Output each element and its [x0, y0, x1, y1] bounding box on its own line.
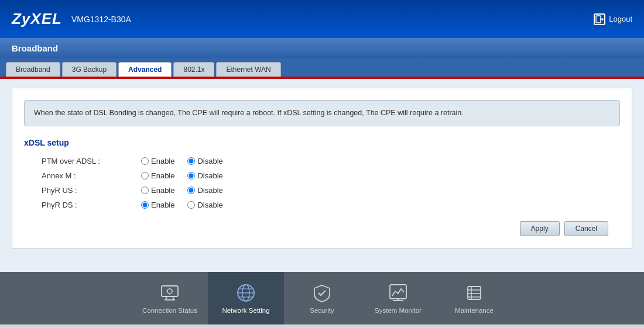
shield-icon [311, 282, 333, 303]
nav-system-monitor[interactable]: System Monitor [360, 272, 436, 324]
nav-maintenance-label: Maintenance [455, 307, 494, 314]
chart-icon [388, 282, 409, 303]
svg-rect-2 [162, 286, 178, 296]
apply-button[interactable]: Apply [520, 221, 560, 236]
enable-phyr-us-radio[interactable] [141, 187, 149, 194]
nav-network-setting[interactable]: Network Setting [208, 272, 284, 324]
label-phyr-us: PhyR US : [24, 186, 141, 195]
enable-annex-m-label[interactable]: Enable [141, 171, 174, 180]
radio-group-annex-m: Enable Disable [141, 171, 232, 180]
tab-ethernet-wan[interactable]: Ethernet WAN [216, 62, 280, 77]
disable-phyr-ds-radio[interactable] [187, 201, 195, 209]
disable-phyr-us-label[interactable]: Disable [187, 186, 222, 195]
network-icon [235, 282, 256, 303]
content-wrapper: When the state of DSL Bonding is changed… [12, 88, 632, 248]
label-annex-m: Annex M : [24, 171, 141, 180]
enable-ptm-label[interactable]: Enable [141, 157, 174, 165]
info-message: When the state of DSL Bonding is changed… [24, 100, 620, 126]
header: ZyXEL VMG1312-B30A Logout [0, 0, 644, 38]
disable-ptm-label[interactable]: Disable [187, 157, 222, 165]
tabs-bar: Broadband 3G Backup Advanced 802.1x Ethe… [0, 58, 644, 77]
disable-annex-m-label[interactable]: Disable [187, 171, 222, 180]
section-title: xDSL setup [24, 138, 620, 147]
page-title: Broadband [12, 43, 58, 53]
field-phyr-us: PhyR US : Enable Disable [24, 186, 620, 195]
tab-8021x[interactable]: 802.1x [173, 62, 214, 77]
label-phyr-ds: PhyR DS : [24, 201, 141, 209]
logout-label: Logout [609, 15, 632, 23]
field-phyr-ds: PhyR DS : Enable Disable [24, 201, 620, 209]
enable-phyr-ds-radio[interactable] [141, 201, 149, 209]
tab-advanced[interactable]: Advanced [118, 62, 172, 77]
enable-phyr-us-label[interactable]: Enable [141, 186, 174, 195]
logout-button[interactable]: Logout [594, 13, 632, 25]
tab-3g-backup[interactable]: 3G Backup [62, 62, 117, 77]
tab-broadband[interactable]: Broadband [6, 62, 60, 77]
enable-annex-m-radio[interactable] [141, 172, 149, 179]
field-annex-m: Annex M : Enable Disable [24, 171, 620, 180]
svg-rect-0 [596, 16, 601, 23]
disable-annex-m-radio[interactable] [187, 172, 195, 179]
model-number: VMG1312-B30A [71, 15, 131, 24]
nav-system-monitor-label: System Monitor [375, 307, 422, 314]
nav-network-setting-label: Network Setting [222, 307, 269, 314]
tools-icon [464, 282, 485, 303]
radio-group-ptm: Enable Disable [141, 157, 232, 165]
field-ptm-over-adsl: PTM over ADSL : Enable Disable [24, 157, 620, 165]
disable-phyr-us-radio[interactable] [187, 187, 195, 194]
radio-group-phyr-ds: Enable Disable [141, 201, 232, 209]
svg-point-6 [167, 289, 172, 294]
disable-ptm-radio[interactable] [187, 157, 195, 165]
nav-security[interactable]: Security [284, 272, 360, 324]
enable-ptm-radio[interactable] [141, 157, 149, 165]
sub-header: Broadband [0, 38, 644, 58]
bottom-nav: Connection Status Network Setting Securi… [0, 272, 644, 324]
content-area: When the state of DSL Bonding is changed… [0, 79, 644, 272]
cancel-button[interactable]: Cancel [564, 221, 608, 236]
nav-security-label: Security [310, 307, 334, 314]
monitor-icon [159, 282, 180, 303]
logo-area: ZyXEL VMG1312-B30A [12, 10, 131, 28]
disable-phyr-ds-label[interactable]: Disable [187, 201, 222, 209]
logo: ZyXEL [12, 10, 62, 28]
nav-connection-status[interactable]: Connection Status [132, 272, 208, 324]
buttons-row: Apply Cancel [24, 221, 620, 236]
label-ptm-over-adsl: PTM over ADSL : [24, 157, 141, 165]
enable-phyr-ds-label[interactable]: Enable [141, 201, 174, 209]
nav-connection-status-label: Connection Status [142, 307, 197, 314]
nav-maintenance[interactable]: Maintenance [436, 272, 512, 324]
logout-icon [594, 13, 605, 25]
radio-group-phyr-us: Enable Disable [141, 186, 232, 195]
